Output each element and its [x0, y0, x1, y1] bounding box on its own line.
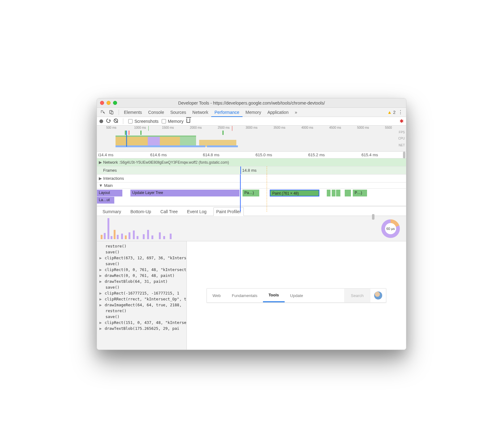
paint-command[interactable]: save(): [97, 284, 186, 290]
paint-command[interactable]: ▶ drawImageRect(64, 64, true, 2188,: [97, 302, 186, 308]
tab-elements[interactable]: Elements: [121, 108, 145, 117]
section-network[interactable]: ▶ Network :S6g4U3t-Y5UEw0lE80llgEseQY3FE…: [97, 158, 406, 166]
paint-profiler-bars[interactable]: [97, 216, 375, 241]
paint-command[interactable]: ▶ clipRect(0, 0, 761, 48, "kIntersect_: [97, 267, 186, 273]
section-main-label: Main: [104, 183, 113, 188]
flame-bar[interactable]: [336, 190, 340, 196]
window-title-bar: Developer Tools - https://developers.goo…: [97, 98, 406, 108]
clear-button[interactable]: [114, 118, 118, 124]
avatar: [374, 291, 382, 299]
paint-profiler-body: restore() save()▶ clipRect(673, 12, 697,…: [97, 241, 406, 350]
flame-layout[interactable]: Layout: [97, 190, 122, 196]
inspect-icon[interactable]: [99, 109, 106, 116]
fps-label: FPS: [399, 131, 405, 134]
memory-label: Memory: [168, 119, 184, 124]
warnings-count[interactable]: ▲ 2: [387, 110, 396, 115]
device-toggle-icon[interactable]: [108, 109, 115, 116]
cursor-line: [240, 174, 241, 212]
flame-paint-2[interactable]: P…): [353, 190, 367, 196]
btab-call-tree[interactable]: Call Tree: [158, 208, 180, 216]
paint-command[interactable]: ▶ drawRect(0, 0, 761, 48, paint): [97, 273, 186, 278]
rendered-navbar: Web Fundamentals Tools Update Search: [207, 288, 386, 303]
separator: [119, 110, 119, 115]
close-window-button[interactable]: [100, 101, 104, 105]
tabs-overflow[interactable]: »: [292, 108, 300, 117]
memory-checkbox[interactable]: Memory: [162, 119, 184, 124]
tab-performance[interactable]: Performance: [211, 108, 242, 117]
gc-button[interactable]: [186, 118, 190, 124]
tab-application[interactable]: Application: [264, 108, 292, 117]
paint-command[interactable]: restore(): [97, 308, 186, 314]
cpu-label: CPU: [398, 137, 405, 140]
record-button[interactable]: [99, 119, 103, 123]
devtools-window: Developer Tools - https://developers.goo…: [97, 98, 406, 350]
section-network-label: Network: [103, 160, 118, 165]
timeline-overview[interactable]: 500 ms 1000 ms 1500 ms 2000 ms 2500 ms 3…: [97, 126, 406, 152]
tab-sources[interactable]: Sources: [167, 108, 189, 117]
separator: [123, 118, 123, 124]
paint-command[interactable]: ▶ drawTextBlob(175.265625, 29, pai: [97, 325, 186, 331]
flame-bar[interactable]: [327, 190, 330, 196]
section-frames-label: Frames: [103, 168, 117, 173]
zoom-window-button[interactable]: [113, 101, 117, 105]
paint-donut-wrap: 60 µs: [375, 216, 406, 241]
paint-command[interactable]: ▶ clipRect(-16777215, -16777215, 1: [97, 290, 186, 296]
paint-command[interactable]: restore(): [97, 243, 186, 249]
nav-updates: Update: [285, 289, 309, 302]
selection-handle-right[interactable]: [127, 131, 127, 147]
window-controls: [97, 101, 117, 105]
section-frames[interactable]: Frames 14.8 ms: [97, 166, 406, 174]
expand-icon: ▶: [99, 160, 102, 165]
section-interactions[interactable]: ▶ Interactions: [97, 174, 406, 183]
minimize-window-button[interactable]: [107, 101, 111, 105]
section-interactions-label: Interactions: [103, 176, 124, 181]
paint-command[interactable]: ▶ clipRect(151, 0, 437, 48, "kInterse: [97, 320, 186, 325]
main-flamechart[interactable]: Layout La…ut Update Layer Tree Pa…) Pain…: [97, 189, 406, 206]
overview-ruler: 500 ms 1000 ms 1500 ms 2000 ms 2500 ms 3…: [97, 126, 406, 131]
frame-duration: 14.8 ms: [240, 166, 256, 174]
flame-bar[interactable]: [332, 190, 335, 196]
paint-command[interactable]: ▶ clipRRect(rrect, "kIntersect_Op", tr: [97, 296, 186, 302]
warning-icon: ▲: [387, 110, 392, 115]
devtools-menu-icon[interactable]: ⋮: [398, 109, 403, 115]
paint-command[interactable]: ▶ clipRect(673, 12, 697, 36, "kInterse: [97, 255, 186, 261]
warnings-number: 2: [393, 110, 396, 115]
network-resource: :S6g4U3t-Y5UEw0lE80llgEseQY3FEmqw.woff2 …: [119, 160, 229, 165]
load-marker: [232, 126, 232, 131]
flame-paint-small[interactable]: Pa…): [243, 190, 259, 196]
net-activity: [116, 145, 205, 147]
btab-paint-profiler[interactable]: Paint Profiler: [213, 207, 244, 216]
window-title: Developer Tools - https://developers.goo…: [97, 101, 406, 106]
btab-summary[interactable]: Summary: [100, 208, 124, 216]
capture-settings-icon[interactable]: ✱: [400, 118, 404, 124]
scroll-indicator[interactable]: [372, 214, 374, 220]
expand-icon: ▶: [99, 176, 102, 181]
net-label: NET: [399, 144, 405, 147]
flame-paint-selected[interactable]: Paint (761 × 48): [270, 190, 319, 196]
paint-command-list[interactable]: restore() save()▶ clipRect(673, 12, 697,…: [97, 241, 187, 350]
btab-bottom-up[interactable]: Bottom-Up: [128, 208, 154, 216]
tab-memory[interactable]: Memory: [243, 108, 265, 117]
performance-toolbar: Screenshots Memory ✱: [97, 117, 406, 126]
flamechart-ruler: i14.4 ms 614.6 ms 614.8 ms 615.0 ms 615.…: [97, 152, 406, 158]
screenshots-checkbox[interactable]: Screenshots: [128, 119, 159, 124]
nav-search: Search: [344, 289, 370, 302]
reload-record-button[interactable]: [106, 118, 111, 124]
btab-event-log[interactable]: Event Log: [185, 208, 209, 216]
tab-console[interactable]: Console: [145, 108, 167, 117]
nav-fundamentals: Fundamentals: [226, 289, 263, 302]
paint-command[interactable]: save(): [97, 249, 186, 255]
paint-command[interactable]: ▶ drawTextBlob(64, 31, paint): [97, 278, 186, 284]
section-main[interactable]: ▼ Main: [97, 183, 406, 189]
paint-command[interactable]: save(): [97, 261, 186, 267]
paint-profiler-header: 60 µs: [97, 216, 406, 241]
frame-boundary: [267, 174, 267, 212]
flame-layout-2[interactable]: La…ut: [97, 197, 114, 204]
flame-update-layer-tree[interactable]: Update Layer Tree: [130, 190, 239, 196]
cpu-activity: [116, 136, 196, 147]
tab-network[interactable]: Network: [189, 108, 211, 117]
bottom-tabs: Summary Bottom-Up Call Tree Event Log Pa…: [97, 206, 406, 216]
paint-command[interactable]: save(): [97, 314, 186, 320]
flame-bar[interactable]: [345, 190, 351, 196]
scroll-indicator[interactable]: [403, 152, 405, 158]
